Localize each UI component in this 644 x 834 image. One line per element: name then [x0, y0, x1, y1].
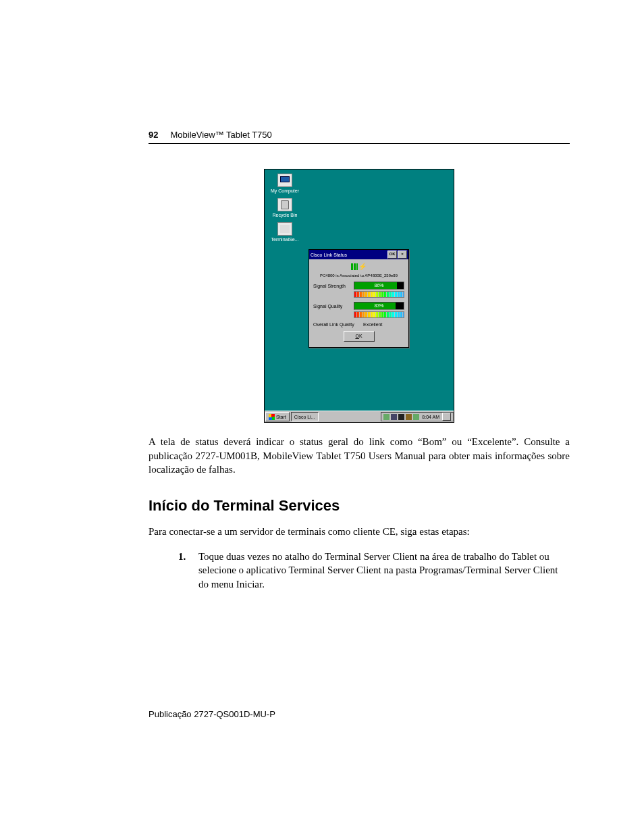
dialog-titlebar[interactable]: Cisco Link Status OK ×	[309, 250, 408, 259]
desktop-icon-terminal[interactable]: TerminalSe...	[269, 222, 301, 242]
tray-clock: 8:04 AM	[422, 415, 439, 419]
page-number: 92	[149, 130, 158, 140]
start-button[interactable]: Start	[265, 412, 290, 421]
recycle-bin-icon	[277, 198, 292, 211]
header-rule	[149, 143, 570, 144]
dialog-ok-caption-button[interactable]: OK	[387, 251, 397, 259]
desktop-icon-my-computer[interactable]: My Computer	[269, 174, 301, 193]
desktop-icon-recycle-bin[interactable]: Recycle Bin	[269, 198, 301, 217]
start-label: Start	[276, 415, 286, 419]
association-text: PC4800 is Associated to AP4800E_259e89	[313, 273, 404, 278]
my-computer-label: My Computer	[269, 188, 301, 193]
tray-icon-4[interactable]	[406, 414, 412, 420]
step-1-number: 1.	[178, 550, 186, 564]
bolt-icon: ⚡	[358, 263, 367, 270]
intro-paragraph: Para conectar-se a um servidor de termin…	[149, 525, 570, 539]
signal-strength-row: Signal Strength 86%	[313, 282, 404, 290]
overall-quality-label: Overall Link Quality	[313, 322, 363, 327]
system-tray: 8:04 AM	[381, 412, 454, 421]
overall-quality-row: Overall Link Quality Excellent	[313, 322, 404, 327]
taskbar-task-label: Cisco Li...	[294, 415, 315, 419]
signal-quality-row: Signal Quality 83%	[313, 302, 404, 310]
signal-strength-meter: 86%	[354, 282, 404, 290]
signal-strength-scale	[354, 291, 404, 298]
signal-quality-scale	[354, 311, 404, 318]
tray-icon-3[interactable]	[398, 414, 404, 420]
signal-graphic: ⚡	[313, 263, 404, 271]
header-title: MobileView™ Tablet T750	[170, 130, 271, 140]
signal-bars-icon	[351, 263, 358, 270]
dialog-title-text: Cisco Link Status	[311, 253, 347, 257]
section-heading: Início do Terminal Services	[149, 497, 570, 515]
overall-quality-value: Excellent	[363, 322, 382, 327]
step-1: 1. Toque duas vezes no atalho do Termina…	[178, 550, 570, 592]
embedded-screenshot: My Computer Recycle Bin TerminalSe... Ci…	[264, 169, 454, 423]
windows-logo-icon	[269, 414, 275, 420]
cisco-link-status-dialog: Cisco Link Status OK × ⚡ PC4800 is Assoc…	[308, 249, 409, 348]
signal-quality-value: 83%	[354, 303, 404, 309]
dialog-ok-button[interactable]: OK	[344, 331, 375, 342]
caption-paragraph: A tela de status deverá indicar o status…	[149, 435, 570, 477]
signal-quality-meter: 83%	[354, 302, 404, 310]
signal-strength-value: 86%	[354, 282, 404, 289]
terminal-icon	[277, 222, 292, 236]
page-footer: Publicação 2727-QS001D-MU-P	[149, 709, 275, 719]
signal-quality-label: Signal Quality	[313, 304, 354, 309]
taskbar-task-cisco[interactable]: Cisco Li...	[291, 412, 319, 421]
step-1-text: Toque duas vezes no atalho do Terminal S…	[198, 551, 558, 590]
tray-icon-1[interactable]	[383, 414, 390, 420]
dialog-close-button[interactable]: ×	[398, 251, 407, 259]
tray-icon-5[interactable]	[413, 414, 419, 420]
signal-strength-label: Signal Strength	[313, 284, 354, 288]
page-header: 92MobileView™ Tablet T750	[149, 130, 272, 140]
computer-icon	[277, 174, 292, 187]
tray-icon-2[interactable]	[391, 414, 397, 420]
show-desktop-icon[interactable]	[442, 413, 451, 421]
terminal-label: TerminalSe...	[269, 237, 301, 242]
taskbar: Start Cisco Li... 8:04 AM	[265, 411, 454, 422]
recycle-bin-label: Recycle Bin	[269, 213, 301, 217]
